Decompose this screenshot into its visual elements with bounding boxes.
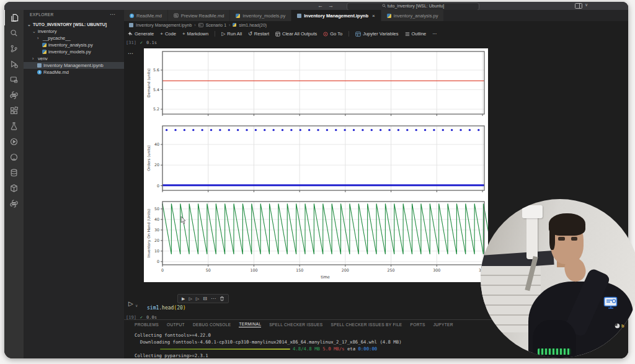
- tab-problems[interactable]: PROBLEMS: [135, 322, 159, 327]
- add-code-button[interactable]: + Code: [160, 31, 176, 37]
- terminal-line: Downloading fonttools-4.60.1-cp310-cp310…: [135, 339, 402, 345]
- tab-jupyter[interactable]: JUPYTER: [433, 322, 453, 327]
- activitybar-explorer[interactable]: [4, 10, 24, 25]
- tab-terminal[interactable]: TERMINAL: [239, 322, 261, 327]
- add-markdown-button[interactable]: + Markdown: [182, 31, 208, 37]
- activitybar-python[interactable]: [4, 87, 24, 103]
- svg-text:250: 250: [388, 268, 395, 272]
- tab-debug-console[interactable]: DEBUG CONSOLE: [193, 322, 231, 327]
- notebook-file-icon: [129, 23, 133, 27]
- activitybar-python-env[interactable]: [4, 196, 24, 211]
- sidebar-more-button[interactable]: ⋯: [110, 11, 115, 17]
- cell-code[interactable]: sim1.head(20): [147, 305, 186, 311]
- microphone-led-strip: [538, 348, 571, 355]
- notification-toast-partial[interactable]: b: [615, 323, 624, 329]
- close-icon[interactable]: ×: [372, 13, 375, 19]
- run-below-icon[interactable]: ▶: [182, 296, 185, 301]
- activitybar-testing[interactable]: [4, 118, 24, 134]
- activitybar-database[interactable]: [4, 165, 24, 180]
- button-label: Generate: [135, 31, 154, 37]
- svg-text:40: 40: [154, 142, 159, 146]
- svg-text:5.6: 5.6: [153, 68, 159, 72]
- layout-chevron-icon[interactable]: ∨: [585, 2, 588, 7]
- sparkle-icon: [127, 31, 133, 37]
- tab-inventory-models[interactable]: inventory_models.py: [230, 10, 291, 21]
- plus-icon: +: [182, 32, 185, 37]
- generate-button[interactable]: Generate: [127, 31, 154, 37]
- run-cell-and-below-icon[interactable]: ▷: [196, 296, 199, 301]
- breadcrumb-item-section[interactable]: Scenario 1: [206, 23, 226, 27]
- breadcrumb-item-file[interactable]: Inventory Management.ipynb: [136, 23, 192, 27]
- tree-item-pycache[interactable]: › __pycache__: [24, 35, 124, 42]
- svg-text:50: 50: [154, 206, 159, 211]
- goto-button[interactable]: Go To: [323, 31, 342, 37]
- run-all-button[interactable]: ▷ Run All: [221, 31, 242, 37]
- activitybar-search[interactable]: [4, 25, 24, 41]
- tab-readme[interactable]: i ReadMe.md: [124, 10, 168, 21]
- chevron-down-icon: ⌄: [32, 28, 36, 35]
- clear-outputs-icon: [275, 32, 280, 37]
- toolbar-divider: [349, 31, 349, 37]
- notebook-file-icon: [297, 14, 301, 18]
- svg-text:Demand (units): Demand (units): [146, 68, 151, 97]
- cube-icon: [9, 184, 19, 193]
- tab-preview-readme[interactable]: Preview ReadMe.md: [168, 10, 231, 21]
- chevron-right-icon: ›: [194, 23, 195, 27]
- activitybar-extensions[interactable]: [4, 103, 24, 118]
- tree-item-inventory-analysis[interactable]: inventory_analysis.py: [24, 42, 124, 48]
- nav-forward-button[interactable]: →: [328, 2, 334, 10]
- activitybar-remote-explorer[interactable]: [4, 72, 24, 87]
- more-actions-icon[interactable]: ⋯: [211, 296, 216, 301]
- tree-root-folder[interactable]: ⌄ TUTO_INVENTORY [WSL: UBUNTU]: [24, 21, 124, 28]
- tree-item-label: inventory_analysis.py: [48, 42, 93, 48]
- activitybar-containers[interactable]: [4, 180, 24, 196]
- tab-spell-checker-issues-by-file[interactable]: SPELL CHECKER ISSUES BY FILE: [331, 322, 402, 327]
- run-dropdown-chevron-icon[interactable]: ∨: [135, 303, 138, 308]
- activitybar-jupyter[interactable]: [4, 134, 24, 149]
- clear-all-outputs-button[interactable]: Clear All Outputs: [275, 31, 317, 37]
- svg-text:30: 30: [154, 228, 159, 232]
- screen-share-icon[interactable]: [603, 296, 619, 311]
- markdown-file-icon: i: [37, 70, 42, 74]
- tab-inventory-management-notebook[interactable]: Inventory Management.ipynb ×: [291, 10, 381, 21]
- tab-ports[interactable]: PORTS: [411, 322, 425, 327]
- tree-item-readme[interactable]: i ReadMe.md: [24, 69, 124, 76]
- split-cell-icon[interactable]: ⊟: [203, 296, 207, 301]
- button-label: Clear All Outputs: [282, 31, 317, 37]
- preview-icon: [174, 13, 179, 18]
- button-label: Code: [165, 31, 176, 37]
- restart-button[interactable]: ↺ Restart: [248, 31, 269, 37]
- tree-item-label: __pycache__: [43, 35, 71, 42]
- tab-inventory-analysis[interactable]: inventory_analysis.py: [381, 10, 445, 21]
- run-above-icon[interactable]: ▷: [189, 296, 192, 301]
- tree-item-venv[interactable]: › venv: [24, 55, 124, 62]
- tab-output[interactable]: OUTPUT: [167, 322, 185, 327]
- terminal-line: Collecting pyparsing>=2.3.1: [135, 353, 208, 358]
- tab-label: inventory_models.py: [242, 13, 285, 19]
- outline-button[interactable]: Outline: [405, 31, 427, 37]
- nav-back-button[interactable]: ←: [318, 2, 323, 10]
- tree-item-notebook[interactable]: Inventory Management.ipynb: [24, 62, 124, 69]
- mic-arm-clamp: [522, 205, 543, 218]
- tree-item-inventory-models[interactable]: inventory_models.py: [24, 48, 124, 55]
- check-icon: ✓: [140, 40, 143, 45]
- delete-cell-icon[interactable]: [220, 296, 224, 301]
- activitybar-github[interactable]: [4, 149, 24, 165]
- tree-item-label: venv: [38, 55, 48, 62]
- breadcrumb-item-cell[interactable]: sim1.head(20): [239, 23, 267, 27]
- jupyter-variables-button[interactable]: Jupyter Variables: [355, 31, 398, 37]
- svg-text:20: 20: [154, 162, 159, 167]
- search-icon: [382, 4, 386, 8]
- activitybar-run-debug[interactable]: [4, 56, 24, 72]
- run-cell-button[interactable]: ▷: [128, 300, 133, 307]
- svg-text:time: time: [321, 275, 330, 280]
- toolbar-more-button[interactable]: ⋯: [432, 31, 437, 37]
- svg-text:300: 300: [433, 268, 440, 272]
- run-debug-icon: [9, 60, 19, 69]
- svg-text:20: 20: [154, 238, 159, 242]
- tab-spell-checker-issues[interactable]: SPELL CHECKER ISSUES: [269, 322, 322, 327]
- output-more-button[interactable]: ⋯: [128, 50, 133, 56]
- tree-item-inventory[interactable]: ⌄ inventory: [24, 28, 124, 35]
- layout-icon[interactable]: [575, 3, 582, 9]
- activitybar-source-control[interactable]: [4, 41, 24, 56]
